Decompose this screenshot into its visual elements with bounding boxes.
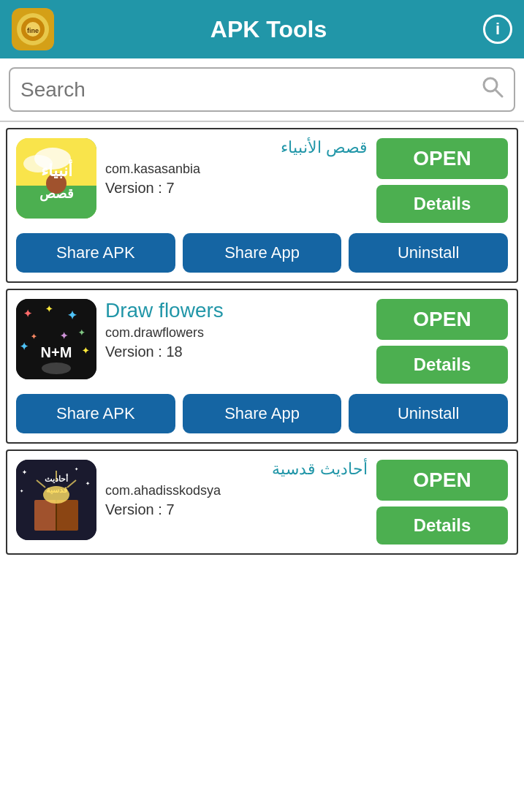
share-app-button-1[interactable]: Share App	[183, 233, 342, 273]
app-top-3: ✦ ✦ ✦ ✦ أحاديث قدسية أحاديث قدسية	[16, 460, 508, 545]
share-apk-button-1[interactable]: Share APK	[16, 233, 175, 273]
svg-text:✦: ✦	[86, 481, 90, 486]
app-icon-3: ✦ ✦ ✦ ✦ أحاديث قدسية	[16, 460, 96, 540]
svg-point-25	[42, 363, 71, 374]
open-button-3[interactable]: OPEN	[376, 460, 508, 501]
svg-text:أنبياء: أنبياء	[41, 159, 72, 180]
app-name-arabic-1: قصص الأنبياء	[105, 138, 368, 157]
svg-text:✦: ✦	[31, 333, 37, 341]
svg-rect-33	[56, 500, 78, 531]
app-card-1: أنبياء قصص قصص الأنبياء com.kasasanbia V…	[6, 128, 518, 283]
details-button-2[interactable]: Details	[376, 346, 508, 384]
svg-text:✦: ✦	[78, 328, 85, 337]
svg-text:fine: fine	[27, 27, 39, 34]
app-name-arabic-3: أحاديث قدسية	[105, 460, 368, 479]
app-logo: fine	[12, 8, 54, 50]
svg-text:قدسية: قدسية	[46, 485, 67, 494]
svg-text:✦: ✦	[45, 304, 53, 314]
app-version-2: Version : 18	[105, 344, 368, 360]
info-button[interactable]: i	[483, 15, 512, 44]
app-right-buttons-3: OPEN Details	[376, 460, 508, 545]
svg-text:✦: ✦	[20, 489, 23, 493]
header-title: APK Tools	[54, 16, 483, 43]
svg-text:قصص: قصص	[39, 186, 74, 202]
search-icon	[482, 76, 504, 103]
app-right-buttons-1: OPEN Details	[376, 138, 508, 223]
app-package-1: com.kasasanbia	[105, 162, 368, 177]
svg-text:✦: ✦	[23, 308, 32, 319]
svg-text:N+M: N+M	[41, 344, 72, 360]
svg-line-6	[495, 90, 502, 96]
app-icon-1: أنبياء قصص	[16, 138, 96, 219]
app-bottom-buttons-2: Share APK Share App Uninstall	[16, 394, 508, 433]
app-package-2: com.drawflowers	[105, 325, 368, 341]
app-card-3: ✦ ✦ ✦ ✦ أحاديث قدسية أحاديث قدسية	[6, 449, 518, 555]
svg-text:✦: ✦	[22, 469, 27, 476]
app-card-2: ✦ ✦ ✦ ✦ ✦ ✦ ✦ ✦ N+M Draw flowers com.dra…	[6, 289, 518, 444]
share-app-button-2[interactable]: Share App	[183, 394, 342, 433]
open-button-1[interactable]: OPEN	[376, 138, 508, 179]
svg-text:✦: ✦	[75, 467, 78, 471]
app-version-1: Version : 7	[105, 180, 368, 197]
open-button-2[interactable]: OPEN	[376, 299, 508, 340]
header: fine APK Tools i	[0, 0, 524, 58]
uninstall-button-1[interactable]: Uninstall	[349, 233, 508, 273]
search-box	[9, 67, 515, 112]
search-container	[0, 58, 524, 122]
app-info-2: Draw flowers com.drawflowers Version : 1…	[105, 299, 368, 360]
app-bottom-buttons-1: Share APK Share App Uninstall	[16, 233, 508, 273]
svg-rect-32	[34, 500, 56, 531]
search-input[interactable]	[20, 78, 482, 102]
svg-text:✦: ✦	[20, 341, 29, 352]
app-name-en-2: Draw flowers	[105, 299, 368, 322]
app-package-3: com.ahadisskodsya	[105, 483, 368, 498]
details-button-3[interactable]: Details	[376, 506, 508, 545]
app-top-2: ✦ ✦ ✦ ✦ ✦ ✦ ✦ ✦ N+M Draw flowers com.dra…	[16, 299, 508, 384]
details-button-1[interactable]: Details	[376, 185, 508, 223]
share-apk-button-2[interactable]: Share APK	[16, 394, 175, 433]
app-info-1: قصص الأنبياء com.kasasanbia Version : 7	[105, 138, 368, 197]
app-version-3: Version : 7	[105, 501, 368, 518]
svg-text:أحاديث: أحاديث	[45, 474, 68, 483]
svg-text:✦: ✦	[67, 309, 77, 322]
svg-text:✦: ✦	[82, 346, 89, 356]
app-right-buttons-2: OPEN Details	[376, 299, 508, 384]
app-icon-2: ✦ ✦ ✦ ✦ ✦ ✦ ✦ ✦ N+M	[16, 299, 96, 379]
app-info-3: أحاديث قدسية com.ahadisskodsya Version :…	[105, 460, 368, 518]
app-top-1: أنبياء قصص قصص الأنبياء com.kasasanbia V…	[16, 138, 508, 223]
uninstall-button-2[interactable]: Uninstall	[349, 394, 508, 433]
svg-text:✦: ✦	[60, 330, 68, 341]
